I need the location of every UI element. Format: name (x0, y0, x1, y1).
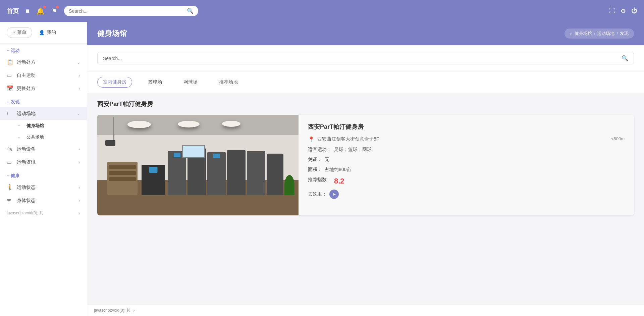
sidebar-item-label: 运动状态 (17, 185, 75, 191)
light-2 (178, 121, 200, 127)
gym-scene (97, 115, 299, 215)
self-sport-icon: ▭ (7, 72, 13, 78)
news-icon: ▭ (7, 159, 13, 165)
light-3 (222, 121, 240, 127)
sidebar-item-sport-news[interactable]: ▭ 运动资讯 › (0, 156, 87, 169)
suitable-sports-label: 适宜运动： (308, 147, 331, 153)
cart-icon: 🛍 (7, 146, 13, 152)
sidebar-item-label: 运动资讯 (17, 159, 75, 165)
walk-icon: 🚶 (7, 184, 13, 191)
sidebar-item-sport-venue[interactable]: ⁝ 运动场地 ⌄ (0, 107, 87, 120)
treadmill-3 (207, 152, 226, 195)
sidebar-item-label: 自主运动 (17, 72, 75, 78)
prescription-icon: 📋 (7, 59, 13, 65)
settings-icon[interactable]: ⚙ (621, 7, 626, 15)
goto-arrow-icon[interactable]: ➤ (329, 190, 339, 199)
power-icon[interactable]: ⏻ (631, 7, 637, 14)
area-value: 占地约800亩 (325, 167, 351, 173)
sidebar-top: ⌂ 菜单 👤 我的 (0, 22, 87, 44)
content-search-input[interactable] (103, 56, 619, 61)
content-search-icon[interactable]: 🔍 (622, 55, 628, 61)
breadcrumb-home-icon: ⌂ (570, 31, 573, 36)
sidebar-subitem-public-venue[interactable]: － 公共场地 (0, 131, 87, 143)
subitem-label: 健身场馆 (26, 123, 44, 129)
sidebar-footer-item[interactable]: javascript:void(0); 其 › (0, 207, 87, 219)
footer-link: javascript:void(0); 其 (7, 210, 75, 216)
section-health-header: -- 健康 (0, 169, 87, 181)
sidebar-item-label: 运动场地 (17, 111, 73, 117)
notification-icon-button[interactable]: 🔔 (36, 7, 45, 15)
breadcrumb-sep-2: / (616, 31, 618, 36)
section-sport-header: -- 运动 (0, 44, 87, 56)
sidebar-item-sport-prescription[interactable]: 📋 运动处方 ⌄ (0, 56, 87, 69)
chevron-right-icon: › (79, 86, 80, 91)
goto-label: 去这里： (308, 191, 327, 197)
breadcrumb-discover[interactable]: 发现 (620, 31, 629, 37)
main-layout: ⌂ 菜单 👤 我的 -- 运动 📋 运动处方 ⌄ ▭ 自主运动 › 📅 更换处方… (0, 22, 644, 316)
topbar-search-input[interactable] (69, 8, 184, 14)
page-header: 健身场馆 ⌂ 健身场馆 / 运动场地 / 发现 (87, 22, 644, 45)
heart-icon: ❤ (7, 197, 13, 204)
lamp-cord (113, 117, 114, 142)
breadcrumb-gym[interactable]: 健身场馆 (575, 31, 592, 37)
home-nav-button[interactable]: 首页 (7, 7, 19, 15)
notification-badge (43, 6, 46, 8)
chevron-right-icon: › (79, 160, 80, 165)
suitable-sports-value: 足球；篮球；网球 (334, 147, 372, 153)
media-icon-button[interactable]: ■ (25, 7, 30, 15)
page-title: 健身场馆 (97, 29, 127, 39)
exercise-bike (142, 165, 165, 195)
tab-recommended[interactable]: 推荐场地 (213, 77, 244, 88)
venue-goto-row[interactable]: 去这里： ➤ (308, 190, 625, 199)
venue-address-row: 📍 西安曲江创客大街创意盒子5F <500m (308, 136, 625, 143)
fullscreen-icon[interactable]: ⛶ (609, 7, 615, 14)
sidebar-menu-button[interactable]: ⌂ 菜单 (7, 27, 32, 38)
weights-rack (107, 162, 138, 195)
user-label: 我的 (47, 30, 56, 36)
lamp-shade (105, 140, 115, 146)
sidebar-item-sport-status[interactable]: 🚶 运动状态 › (0, 181, 87, 194)
sidebar-item-self-sport[interactable]: ▭ 自主运动 › (0, 69, 87, 82)
topbar-left: 首页 ■ 🔔 ⚑ (7, 7, 57, 15)
topbar-search-icon[interactable]: 🔍 (187, 8, 194, 14)
chevron-down-icon: ⌄ (77, 60, 80, 65)
content-search-section: 🔍 (87, 45, 644, 71)
breadcrumb-sep-1: / (594, 31, 595, 36)
treadmill-6 (267, 154, 283, 195)
footer-bar: javascript:void(0); 其 › (87, 305, 644, 316)
sidebar: ⌂ 菜单 👤 我的 -- 运动 📋 运动处方 ⌄ ▭ 自主运动 › 📅 更换处方… (0, 22, 87, 316)
footer-text: javascript:void(0); 其 (94, 308, 130, 313)
venue-image (97, 115, 299, 215)
topbar-right: ⛶ ⚙ ⏻ (609, 7, 637, 15)
venue-sports-row: 适宜运动： 足球；篮球；网球 (308, 147, 625, 153)
sidebar-item-sport-equipment[interactable]: 🛍 运动设备 › (0, 143, 87, 156)
area-label: 面积： (308, 167, 322, 173)
venue-info: 西安ParT帕汀健身房 📍 西安曲江创客大街创意盒子5F <500m 适宜运动：… (299, 115, 634, 215)
sidebar-subitem-gym[interactable]: － 健身场馆 (0, 120, 87, 131)
breadcrumb-venue[interactable]: 运动场地 (597, 31, 614, 37)
monitor (182, 145, 205, 158)
sidebar-user-button[interactable]: 👤 我的 (39, 30, 56, 36)
sidebar-item-body-status[interactable]: ❤ 身体状态 › (0, 194, 87, 207)
chevron-right-icon: › (79, 185, 80, 190)
chevron-down-icon: ⌄ (77, 111, 80, 116)
light-1 (127, 121, 151, 128)
rating-label: 推荐指数： (308, 177, 331, 183)
chevron-right-icon: › (79, 198, 80, 203)
tabs-section: 室内健身房 篮球场 网球场 推荐场地 (87, 71, 644, 93)
breadcrumb: ⌂ 健身场馆 / 运动场地 / 发现 (565, 29, 634, 39)
rating-value: 8.2 (334, 177, 344, 186)
venue-card: 西安ParT帕汀健身房 📍 西安曲江创客大街创意盒子5F <500m 适宜运动：… (97, 115, 634, 215)
footer-chevron-icon: › (133, 308, 135, 313)
sidebar-item-label: 身体状态 (17, 198, 75, 204)
venue-credential-row: 凭证： 无 (308, 157, 625, 163)
section-discover-header: -- 发现 (0, 95, 87, 107)
content-search-bar: 🔍 (97, 52, 634, 64)
tab-tennis[interactable]: 网球场 (178, 77, 203, 88)
flag-icon-button[interactable]: ⚑ (51, 7, 57, 15)
sidebar-item-change-prescription[interactable]: 📅 更换处方 › (0, 82, 87, 95)
chevron-right-icon: › (79, 73, 80, 78)
tab-indoor-gym[interactable]: 室内健身房 (97, 77, 132, 88)
tab-basketball[interactable]: 篮球场 (142, 77, 168, 88)
flag-badge (56, 6, 59, 8)
